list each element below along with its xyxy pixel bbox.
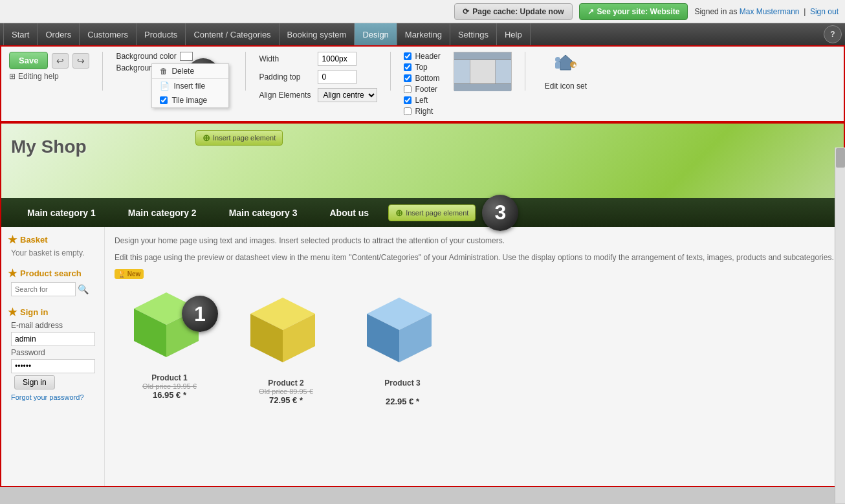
signin-section: ★ Sign in E-mail address Password Sign i… (8, 306, 98, 402)
edit-icon-set-icon: ★ (553, 52, 578, 79)
padding-top-row: Padding top (259, 70, 377, 84)
nav-item-orders[interactable]: Orders (38, 23, 80, 45)
shop-nav-item-3[interactable]: Main category 3 (213, 198, 314, 227)
svg-text:★: ★ (572, 62, 577, 69)
product-card-1[interactable]: 🏆 New (115, 270, 225, 406)
width-row: Width (259, 52, 377, 66)
step-3-bubble: 3 (482, 195, 518, 231)
padding-top-input[interactable] (318, 70, 357, 84)
email-label: E-mail address (11, 321, 98, 330)
toolbar-separator-4 (525, 52, 525, 91)
user-name-link[interactable]: Max Mustermann (740, 7, 800, 16)
forgot-password-link[interactable]: Forgot your password? (11, 393, 84, 401)
product-card-3[interactable]: Product 3 22.95 € * (347, 270, 457, 406)
product-2-price: 72.95 € * (231, 395, 341, 405)
email-input[interactable] (11, 332, 95, 346)
signin-star-icon: ★ (8, 306, 17, 318)
refresh-icon: ⟳ (463, 7, 469, 16)
signin-button[interactable]: Sign in (14, 375, 55, 389)
bottom-checkbox[interactable] (404, 74, 412, 82)
shop-main-content: Design your home page using text and ima… (105, 227, 844, 486)
toolbar: Save ↩ ↪ ⊞ Editing help Background color… (0, 45, 845, 122)
password-input[interactable] (11, 359, 95, 373)
product-2-old-price: Old price 89.95 € (231, 388, 341, 395)
user-info: Signed in as Max Mustermann | Sign out (694, 7, 839, 16)
password-label: Password (11, 348, 98, 357)
save-button[interactable]: Save (9, 52, 48, 69)
nav-item-marketing[interactable]: Marketing (397, 23, 450, 45)
shop-desc-2: Edit this page using the preview or data… (115, 252, 834, 263)
width-input[interactable] (318, 52, 357, 66)
nav-item-settings[interactable]: Settings (450, 23, 497, 45)
shop-nav-item-2[interactable]: Main category 2 (112, 198, 213, 227)
nav-item-design[interactable]: Design (355, 23, 397, 45)
layout-preview-left (454, 60, 470, 83)
layout-preview-middle (454, 60, 511, 83)
new-badge: 🏆 New (115, 269, 144, 279)
nav-item-start[interactable]: Start (3, 23, 38, 45)
nav-item-content[interactable]: Content / Categories (186, 23, 279, 45)
svg-rect-2 (555, 62, 560, 69)
nav-item-customers[interactable]: Customers (80, 23, 137, 45)
shop-nav-item-4[interactable]: About us (313, 198, 385, 227)
product-search-title: ★ Product search (8, 267, 98, 279)
header-checkbox[interactable] (404, 52, 412, 60)
bg-color-label: Background color (116, 52, 232, 61)
layout-preview-center (470, 60, 495, 83)
background-section: Background color Background image 2 🗑 De… (116, 52, 232, 91)
product-3-name: Product 3 (347, 378, 457, 388)
layout-preview-bottom (454, 83, 511, 91)
header-check-row: Header (404, 52, 440, 61)
signin-title: ★ Sign in (8, 306, 98, 318)
basket-star-icon: ★ (8, 234, 17, 246)
align-select[interactable]: Align centre Align left Align right (318, 88, 377, 102)
shop-desc-1: Design your home page using text and ima… (115, 235, 834, 247)
insert-element-header-button[interactable]: ⊕ Insert page element (195, 130, 283, 146)
tile-image-menu-item[interactable]: Tile image (152, 93, 228, 107)
cache-update-button[interactable]: ⟳ Page cache: Update now (454, 3, 572, 20)
product-3-price: 22.95 € * (347, 397, 457, 406)
nav-item-help[interactable]: Help (497, 23, 531, 45)
footer-checkbox[interactable] (404, 85, 412, 93)
right-checkbox[interactable] (404, 107, 412, 115)
redo-button[interactable]: ↪ (72, 53, 89, 69)
see-website-button[interactable]: ↗ See your site: Website (579, 3, 688, 20)
bottom-check-row: Bottom (404, 74, 440, 83)
undo-button[interactable]: ↩ (52, 53, 69, 69)
toolbar-separator-1 (102, 52, 103, 91)
product-1-name: Product 1 (115, 373, 225, 382)
product-card-2[interactable]: Product 2 Old price 89.95 € 72.95 € * (231, 270, 341, 406)
shop-nav-item-1[interactable]: Main category 1 (11, 198, 112, 227)
help-icon-btn[interactable]: ? (824, 25, 842, 43)
layout-form-section: Width Padding top Align Elements Align c… (259, 52, 377, 102)
layout-preview (454, 52, 512, 91)
nav-item-booking[interactable]: Booking system (280, 23, 355, 45)
editing-help-link[interactable]: ⊞ Editing help (9, 72, 89, 81)
scrollbar[interactable] (835, 148, 845, 487)
scrollbar-thumb[interactable] (836, 148, 845, 168)
search-star-icon: ★ (8, 267, 17, 279)
save-undo-row: Save ↩ ↪ (9, 52, 89, 69)
basket-empty-text: Your basket is empty. (11, 248, 98, 257)
left-check-row: Left (404, 96, 440, 105)
search-input[interactable] (11, 282, 76, 296)
delete-menu-item[interactable]: 🗑 Delete (152, 64, 228, 78)
product-1-old-price: Old price 19.95 € (115, 382, 225, 390)
svg-point-1 (555, 57, 560, 62)
tile-image-checkbox[interactable] (160, 96, 168, 104)
left-checkbox[interactable] (404, 96, 412, 104)
external-link-icon: ↗ (587, 7, 594, 16)
top-checkbox[interactable] (404, 63, 412, 71)
products-grid: 🏆 New (115, 270, 834, 406)
nav-item-products[interactable]: Products (137, 23, 186, 45)
insert-file-menu-item[interactable]: 📄 Insert file (152, 78, 228, 93)
shop-preview: My Shop ⊕ Insert page element Main categ… (0, 122, 845, 487)
bg-color-swatch[interactable] (180, 52, 193, 61)
edit-icon-set-section[interactable]: ★ Edit icon set (538, 52, 593, 91)
product-3-image (347, 285, 451, 375)
search-icon[interactable]: 🔍 (78, 284, 89, 294)
insert-nav-element-button[interactable]: ⊕ Insert page element (388, 204, 476, 221)
sign-out-link[interactable]: Sign out (810, 7, 839, 16)
align-label: Align Elements (259, 91, 314, 100)
align-row: Align Elements Align centre Align left A… (259, 88, 377, 102)
